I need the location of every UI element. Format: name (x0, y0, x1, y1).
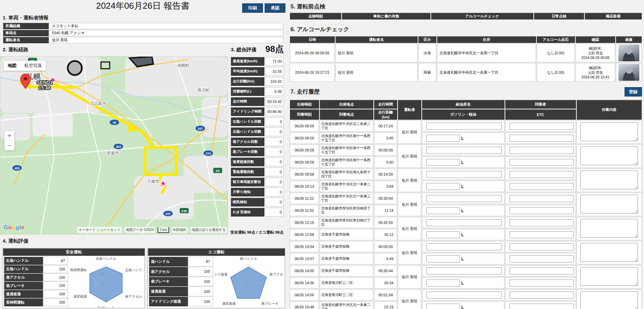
fuel-amount-input[interactable] (426, 207, 460, 214)
fuel-unit-label: L (461, 281, 464, 286)
radar-axis-label: 長時間運転 (70, 268, 87, 272)
passenger-input[interactable] (509, 219, 574, 226)
score-value: 100 (188, 267, 213, 276)
alcohol-row: 2024-06-26 10:27:21佐川 亜咲帰着北海道札幌市中央区北一条東一… (290, 63, 642, 82)
passenger-input[interactable] (509, 267, 574, 274)
summary-label: アイドリング時間 (231, 107, 264, 116)
route-map[interactable]: 札幌南幌町長沼町北広島市恵庭市千歳市E5E536453453337274337E… (0, 56, 228, 235)
driver-photo[interactable] (619, 64, 639, 81)
work-content-textarea[interactable] (580, 267, 638, 286)
drive-distance: 0.00 (374, 157, 397, 168)
report-page: 2024年06月26日 報告書 印刷 承認 1. 車両・運転者情報 所属組織エコ… (0, 0, 644, 309)
terms-link[interactable]: 利用規約 (172, 227, 188, 233)
passenger-cell (505, 193, 576, 204)
passenger-input[interactable] (509, 171, 574, 178)
history-col-header: ガソリン・軽油 (422, 109, 504, 120)
etc-input[interactable] (509, 280, 574, 287)
etc-input[interactable] (509, 231, 574, 238)
zoom-in-button[interactable]: + (4, 131, 14, 141)
passenger-input[interactable] (509, 147, 574, 154)
radar-axis-label: 速度超過 (73, 295, 87, 298)
work-content-textarea[interactable] (580, 171, 638, 189)
report-map-error-link[interactable]: 地図の誤りを報告する (191, 227, 227, 233)
work-content-textarea[interactable] (580, 122, 638, 141)
passenger-cell (505, 265, 576, 276)
score-label: アイドリング超過 (149, 297, 188, 306)
summary-value: 0 (265, 127, 284, 136)
google-logo-letter: o (12, 224, 16, 231)
etc-input[interactable] (509, 304, 574, 309)
drive-duration: 00:35:44 (374, 265, 397, 276)
alcohol-col-header: 区分 (418, 36, 436, 43)
summary-value: 0 (265, 178, 284, 186)
work-content-textarea[interactable] (580, 291, 638, 309)
departure-place: 北海道札幌市中央区北二条東二丁目 (320, 120, 374, 132)
work-content-textarea[interactable] (580, 195, 638, 213)
fuel-amount-input[interactable] (426, 255, 460, 262)
summary-row: 左急ハンドル回数0 (231, 127, 284, 136)
etc-input[interactable] (509, 183, 574, 190)
map-type-satellite-button[interactable]: 航空写真 (20, 61, 46, 71)
gas-station-input[interactable] (426, 243, 502, 250)
summary-label: 緊急通報回数 (231, 168, 264, 176)
zoom-out-button[interactable]: − (4, 141, 14, 150)
passenger-input[interactable] (509, 243, 574, 250)
history-col-header: ETC (505, 109, 576, 120)
work-content-textarea[interactable] (580, 146, 638, 165)
etc-cell (505, 277, 576, 289)
passenger-input[interactable] (509, 292, 574, 299)
inspection-col-header: 日常点検 (534, 13, 584, 19)
passenger-input[interactable] (509, 123, 574, 130)
map-type-map-button[interactable]: 地図 (4, 61, 20, 71)
radar-axis-label: 急ブレーキ (97, 306, 115, 307)
work-content-textarea[interactable] (580, 219, 638, 238)
google-logo[interactable]: Google (4, 224, 24, 231)
fuel-amount-input[interactable] (426, 304, 460, 309)
history-row-departure: 06/26 09:28北海道札幌市中央区南十一条西十五丁目00:00:09佐川 … (290, 144, 642, 156)
fuel-amount-input[interactable] (426, 159, 460, 166)
gas-station-input[interactable] (426, 195, 502, 202)
departure-place: 北海道千歳市祝梅 (320, 265, 374, 276)
history-col-header: 到着時刻 (290, 109, 319, 120)
fuel-cell: L (422, 277, 504, 289)
gas-station-input[interactable] (426, 219, 502, 226)
driver-photo[interactable] (619, 45, 639, 61)
score-label: 長時間運転 (4, 298, 43, 306)
approve-button[interactable]: 承認 (265, 3, 285, 13)
register-button[interactable]: 登録 (625, 87, 642, 97)
etc-input[interactable] (509, 159, 574, 166)
fuel-amount-input[interactable] (426, 280, 460, 287)
google-logo-letter: o (8, 224, 12, 231)
radar-axis-label: 急アクセル (269, 272, 283, 276)
gas-station-input[interactable] (426, 292, 502, 299)
gas-station-input[interactable] (426, 123, 502, 130)
summary-row: 片寄り検知0 (231, 188, 284, 196)
arrival-place: 北海道札幌市中央区北一条東二丁目 (320, 181, 374, 192)
fuel-amount-input[interactable] (426, 231, 460, 238)
gas-station-input[interactable] (426, 171, 502, 178)
gas-station-cell (422, 265, 504, 276)
section-evaluation-title: 4. 運転評価 (3, 238, 29, 244)
alcohol-col-header: 画像 (616, 36, 642, 43)
etc-input[interactable] (509, 207, 574, 214)
info-value: エコモット本社 (49, 23, 283, 29)
history-col-header: 到着地点 (320, 109, 374, 120)
etc-input[interactable] (509, 135, 574, 142)
fuel-amount-input[interactable] (426, 135, 460, 142)
panel-title: エコ運転 (148, 248, 285, 256)
print-button[interactable]: 印刷 (242, 3, 263, 13)
arrival-time: 06/26 11:52 (290, 205, 319, 216)
gas-station-input[interactable] (426, 147, 502, 154)
passenger-input[interactable] (509, 195, 574, 202)
keyboard-shortcuts-link[interactable]: キーボード ショートカット (77, 227, 122, 233)
fuel-cell: L (422, 132, 504, 144)
fuel-unit-label: L (461, 208, 464, 213)
fuel-amount-input[interactable] (426, 183, 460, 190)
section-inspection-title: 5. 運転前点検 (290, 3, 325, 10)
etc-input[interactable] (509, 255, 574, 262)
gas-station-input[interactable] (426, 267, 502, 274)
panel-score-table: 右急ハンドル87左急ハンドル100急アクセル100急ブレーキ100速度超過100… (4, 256, 68, 307)
arrival-place: 北海道千歳市祝梅 (320, 229, 374, 240)
work-content-textarea[interactable] (580, 243, 638, 262)
alcohol-table: 日時運転者名区分住所アルコール反応確認画像2024-06-26 08:59:56… (289, 36, 642, 82)
